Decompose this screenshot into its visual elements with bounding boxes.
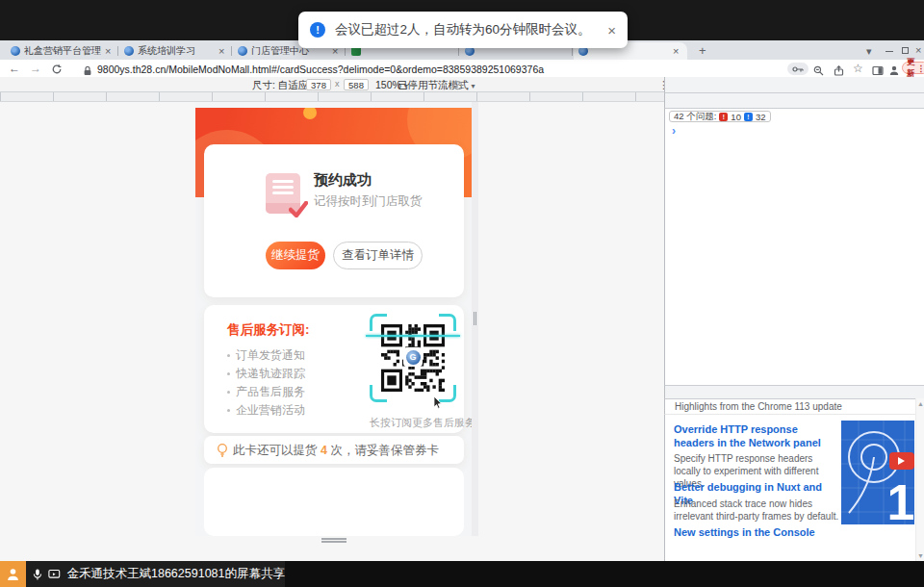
success-card: 预约成功 记得按时到门店取货 继续提货 查看订单详情	[204, 144, 464, 297]
whatsnew-item-title[interactable]: New settings in the Console	[674, 526, 839, 540]
viewport-ruler	[0, 92, 664, 102]
screen-icon	[48, 569, 61, 580]
whatsnew-video-thumbnail[interactable]: 1	[841, 421, 914, 524]
tab-close-icon[interactable]: ×	[105, 46, 111, 57]
dimension-times-icon: x	[335, 79, 340, 89]
bookmark-star-icon[interactable]: ☆	[853, 62, 863, 75]
tab-label: 礼盒营销平台管理中心	[24, 44, 101, 58]
pickup-tip-text: 此卡还可以提货 4 次，请妥善保管券卡	[233, 443, 439, 459]
issue-error-icon: !	[719, 113, 728, 121]
devtools-drawer-toolbar: ⋮ 控制台 新功能 × ×	[664, 385, 924, 399]
page-lower-block	[204, 468, 464, 536]
service-item: 产品售后服务	[227, 384, 305, 400]
service-subscribe-card: 售后服务订阅: 订单发货通知 快递轨迹跟踪 产品售后服务 企业营销活动 G 长按…	[204, 305, 464, 433]
browser-tab-1[interactable]: 礼盒营销平台管理中心 ×	[6, 42, 117, 60]
new-tab-button[interactable]: +	[699, 43, 706, 58]
chrome-update-button[interactable]: 更新 ⋮	[902, 62, 924, 74]
qr-bracket	[370, 385, 387, 402]
chevron-down-icon: ▾	[471, 82, 475, 90]
service-item: 企业营销活动	[227, 402, 305, 419]
size-label: 尺寸: 自适应	[252, 79, 308, 90]
console-toolbar: top ▾ 默认级别 ▾ 5 条已隐藏 ⚙	[664, 93, 924, 109]
address-url[interactable]: 9800ys.th28.cn/MobileModNoMall.html#/car…	[97, 64, 544, 75]
notification-close-icon[interactable]: ×	[607, 22, 616, 38]
decor-circle	[303, 108, 317, 119]
screen-share-view: 礼盒营销平台管理中心 × 系统培训学习 × 门店管理中心 × × +	[0, 0, 924, 587]
window-maximize-icon[interactable]	[902, 47, 909, 54]
forward-icon[interactable]: →	[30, 62, 41, 75]
person-icon	[6, 567, 20, 581]
whatsnew-item-desc: Enhanced stack trace now hides irrelevan…	[674, 498, 843, 523]
info-icon: !	[310, 22, 325, 38]
kebab-menu-icon: ⋮	[917, 64, 924, 73]
remaining-count: 4	[321, 444, 327, 457]
whatsnew-item-title[interactable]: Override HTTP response headers in the Ne…	[674, 423, 839, 450]
tab-label: 系统培训学习	[138, 44, 215, 58]
whatsnew-scrollbar[interactable]: ▲ ▼	[915, 398, 924, 561]
success-title: 预约成功	[314, 171, 372, 190]
qr-code[interactable]: G	[370, 314, 456, 402]
window-close-icon[interactable]: ×	[915, 44, 921, 56]
horizontal-scrollbar-handle[interactable]	[321, 538, 346, 540]
share-status-text: 金禾通技术王斌18662591081的屏幕共享	[67, 566, 285, 582]
scroll-down-icon[interactable]: ▼	[916, 552, 924, 559]
svg-text:1: 1	[887, 474, 914, 524]
pickup-tip-card: 此卡还可以提货 4 次，请妥善保管券卡	[204, 436, 464, 464]
device-emulation-toolbar: 尺寸: 自适应 ▾ x 150% ▾ 已停用节流模式 ▾ ⋮	[0, 77, 664, 92]
qr-scanline	[366, 335, 460, 337]
order-detail-button[interactable]: 查看订单详情	[333, 242, 423, 269]
screen-share-bar: 金禾通技术王斌18662591081的屏幕共享	[0, 561, 924, 587]
viewport-height-input[interactable]	[344, 79, 369, 90]
browser-toolbar: ← → 9800ys.th28.cn/MobileModNoMall.html#…	[0, 60, 924, 77]
viewport-width-input[interactable]	[306, 79, 331, 90]
success-subtitle: 记得按时到门店取货	[314, 193, 423, 210]
mobile-viewport: 预约成功 记得按时到门店取货 继续提货 查看订单详情 售后服务订阅: 订单发货通…	[195, 102, 472, 536]
site-favicon	[11, 46, 20, 56]
site-favicon	[238, 46, 247, 56]
qr-bracket	[439, 314, 456, 331]
tab-separator	[231, 46, 232, 56]
site-favicon	[124, 46, 134, 56]
throttling-select[interactable]: 已停用节流模式 ▾	[398, 79, 475, 92]
browser-tab-2[interactable]: 系统培训学习 ×	[119, 42, 231, 60]
service-item: 快递轨迹跟踪	[227, 366, 305, 382]
whatsnew-header: Highlights from the Chrome 113 update	[664, 399, 924, 415]
qr-center-logo: G	[403, 347, 423, 367]
continue-pickup-button[interactable]: 继续提货	[266, 242, 325, 269]
tab-close-icon[interactable]: ×	[673, 46, 679, 57]
check-icon	[289, 201, 308, 217]
mouse-cursor-icon	[433, 396, 444, 409]
back-icon[interactable]: ←	[9, 62, 20, 75]
console-prompt-icon[interactable]: ›	[672, 124, 676, 138]
tab-close-icon[interactable]: ×	[218, 46, 224, 57]
window-minimize-icon[interactable]	[886, 51, 893, 52]
scroll-up-icon[interactable]: ▲	[916, 400, 924, 407]
service-title: 售后服务订阅:	[227, 321, 310, 339]
presenter-avatar	[0, 561, 26, 587]
update-label: 更新	[907, 57, 915, 80]
meeting-notification: ! 会议已超过2人，自动转为60分钟限时会议。 ×	[298, 12, 628, 48]
issue-warning-icon: !	[744, 113, 753, 121]
notification-text: 会议已超过2人，自动转为60分钟限时会议。	[335, 21, 598, 38]
window-menu-chevron-icon[interactable]: ▾	[866, 45, 872, 58]
lightbulb-icon	[216, 443, 229, 457]
devtools-main-toolbar: 元素 控制台 源代码 网络 性能 » !10 ⚙ ⋮ ×	[664, 77, 924, 93]
service-item: 订单发货通知	[227, 347, 305, 364]
rotate-disabled-icon	[452, 80, 463, 92]
tab-separator	[117, 46, 118, 56]
password-key-icon[interactable]	[787, 63, 808, 75]
qr-bracket	[370, 314, 387, 331]
issues-counter[interactable]: 42 个问题: ! 10 ! 32	[669, 111, 771, 122]
qr-caption: 长按订阅更多售后服务	[365, 416, 472, 430]
viewport-resize-handle[interactable]	[474, 312, 475, 325]
microphone-icon	[33, 568, 42, 581]
order-document-icon	[266, 173, 300, 214]
